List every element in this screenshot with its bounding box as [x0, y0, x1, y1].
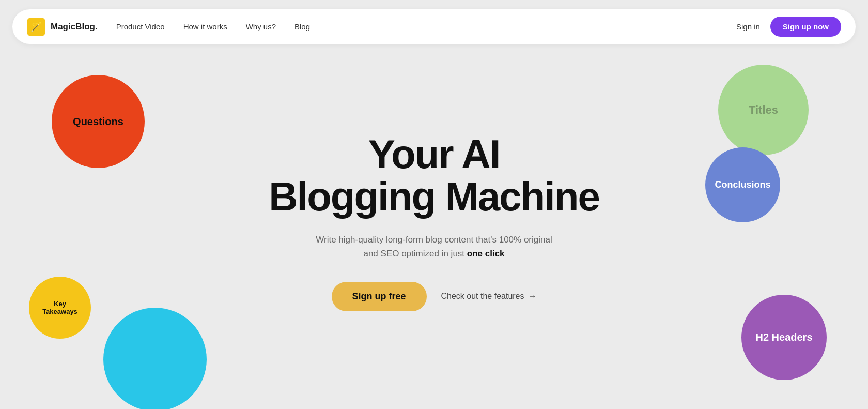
nav-link-product-video[interactable]: Product Video — [116, 22, 165, 31]
key-takeaways-circle: Key Takeaways — [29, 277, 91, 339]
hero-subtitle: Write high-quality long-form blog conten… — [316, 233, 552, 261]
titles-label: Titles — [749, 103, 778, 117]
nav-link-why-us[interactable]: Why us? — [246, 22, 276, 31]
key-takeaways-label: Key Takeaways — [42, 300, 78, 315]
nav-item-blog[interactable]: Blog — [295, 22, 310, 32]
logo-icon: 🪄 — [27, 18, 45, 36]
check-features-link[interactable]: Check out the features → — [441, 292, 537, 301]
conclusions-circle: Conclusions — [705, 147, 780, 222]
h2-headers-label: H2 Headers — [755, 331, 812, 343]
magic-wand-icon: 🪄 — [30, 21, 42, 33]
questions-circle: Questions — [52, 75, 145, 168]
navbar-left: 🪄 MagicBlog. Product Video How it works … — [27, 18, 310, 36]
nav-item-how-it-works[interactable]: How it works — [183, 22, 227, 32]
logo-link[interactable]: 🪄 MagicBlog. — [27, 18, 98, 36]
check-features-label: Check out the features — [441, 292, 524, 301]
arrow-right-icon: → — [529, 292, 537, 301]
conclusions-label: Conclusions — [715, 179, 770, 190]
navbar-right: Sign in Sign up now — [736, 17, 841, 37]
blue-partial-circle — [103, 308, 207, 409]
navbar: 🪄 MagicBlog. Product Video How it works … — [12, 9, 856, 44]
sign-in-button[interactable]: Sign in — [736, 22, 760, 31]
titles-circle: Titles — [718, 65, 809, 155]
nav-links: Product Video How it works Why us? Blog — [116, 22, 310, 32]
sign-up-now-button[interactable]: Sign up now — [770, 17, 841, 37]
nav-item-why-us[interactable]: Why us? — [246, 22, 276, 32]
questions-label: Questions — [73, 116, 123, 128]
h2-headers-circle: H2 Headers — [741, 295, 827, 380]
main-content: Questions Key Takeaways Titles Conclusio… — [0, 44, 868, 380]
navbar-wrapper: 🪄 MagicBlog. Product Video How it works … — [0, 0, 868, 44]
hero-title: Your AI Blogging Machine — [269, 133, 599, 218]
nav-item-product-video[interactable]: Product Video — [116, 22, 165, 32]
nav-link-blog[interactable]: Blog — [295, 22, 310, 31]
logo-text: MagicBlog. — [51, 22, 98, 32]
nav-link-how-it-works[interactable]: How it works — [183, 22, 227, 31]
hero-actions: Sign up free Check out the features → — [332, 282, 537, 311]
sign-up-free-button[interactable]: Sign up free — [332, 282, 427, 311]
